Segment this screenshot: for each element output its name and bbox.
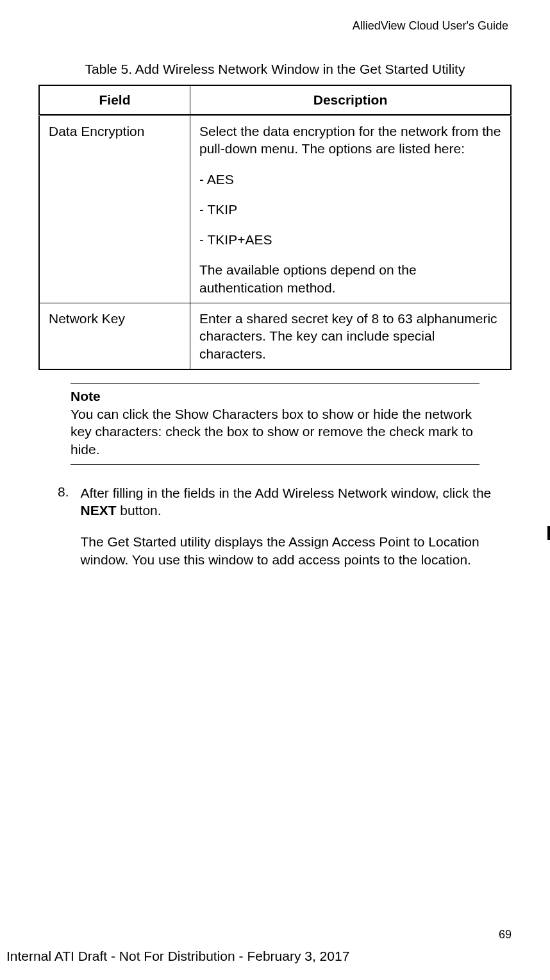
header-description: Description [190, 85, 511, 115]
desc-option-tkip-aes: - TKIP+AES [199, 231, 501, 248]
table-row: Data Encryption Select the data encrypti… [39, 115, 511, 303]
table-row: Network Key Enter a shared secret key of… [39, 303, 511, 369]
table-caption: Table 5. Add Wireless Network Window in … [38, 62, 512, 77]
step-bold-next: NEXT [81, 503, 117, 518]
side-mark [547, 526, 550, 540]
step-number: 8. [58, 484, 69, 568]
desc-option-aes: - AES [199, 171, 501, 188]
header-guide-title: AlliedView Cloud User's Guide [38, 19, 512, 33]
cell-field-network-key: Network Key [39, 303, 190, 369]
step-text-after: button. [117, 503, 162, 518]
header-field: Field [39, 85, 190, 115]
table-header-row: Field Description [39, 85, 511, 115]
cell-field-data-encryption: Data Encryption [39, 115, 190, 303]
cell-desc-network-key: Enter a shared secret key of 8 to 63 alp… [190, 303, 511, 369]
fields-table: Field Description Data Encryption Select… [38, 85, 512, 370]
step-content: After filling in the fields in the Add W… [81, 484, 512, 568]
note-section: Note You can click the Show Characters b… [71, 383, 479, 465]
cell-desc-data-encryption: Select the data encryption for the netwo… [190, 115, 511, 303]
page-number: 69 [499, 928, 512, 942]
step-text-before: After filling in the fields in the Add W… [81, 486, 492, 500]
note-text: You can click the Show Characters box to… [71, 405, 479, 458]
note-label: Note [71, 389, 479, 404]
desc-intro: Select the data encryption for the netwo… [199, 122, 501, 158]
desc-outro: The available options depend on the auth… [199, 261, 501, 296]
step-8: 8. After filling in the fields in the Ad… [58, 484, 512, 568]
step-paragraph-1: After filling in the fields in the Add W… [81, 484, 512, 520]
footer-draft-text: Internal ATI Draft - Not For Distributio… [6, 949, 349, 964]
step-paragraph-2: The Get Started utility displays the Ass… [81, 533, 512, 568]
desc-option-tkip: - TKIP [199, 201, 501, 218]
